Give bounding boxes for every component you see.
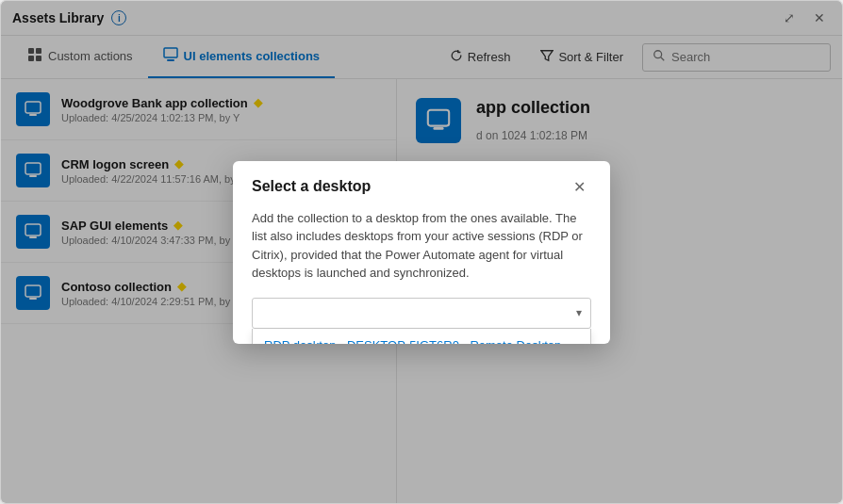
assets-library-window: Assets Library i ⤢ ✕ Custom actions UI e…: [0, 0, 843, 504]
dialog-body: Add the collection to a desktop from the…: [233, 209, 610, 344]
select-desktop-dialog: Select a desktop ✕ Add the collection to…: [233, 161, 610, 344]
dropdown-option-rdp[interactable]: RDP desktop - DESKTOP-5IGT6R0 - Remote D…: [253, 329, 590, 344]
dialog-close-button[interactable]: ✕: [568, 176, 591, 198]
dialog-header: Select a desktop ✕: [233, 161, 610, 209]
desktop-dropdown-container: ▾ RDP desktop - DESKTOP-5IGT6R0 - Remote…: [252, 298, 591, 329]
dialog-title: Select a desktop: [252, 178, 371, 195]
modal-overlay[interactable]: Select a desktop ✕ Add the collection to…: [1, 1, 842, 503]
dropdown-options: RDP desktop - DESKTOP-5IGT6R0 - Remote D…: [252, 329, 591, 344]
dialog-description: Add the collection to a desktop from the…: [252, 209, 591, 283]
desktop-dropdown[interactable]: [252, 298, 591, 329]
